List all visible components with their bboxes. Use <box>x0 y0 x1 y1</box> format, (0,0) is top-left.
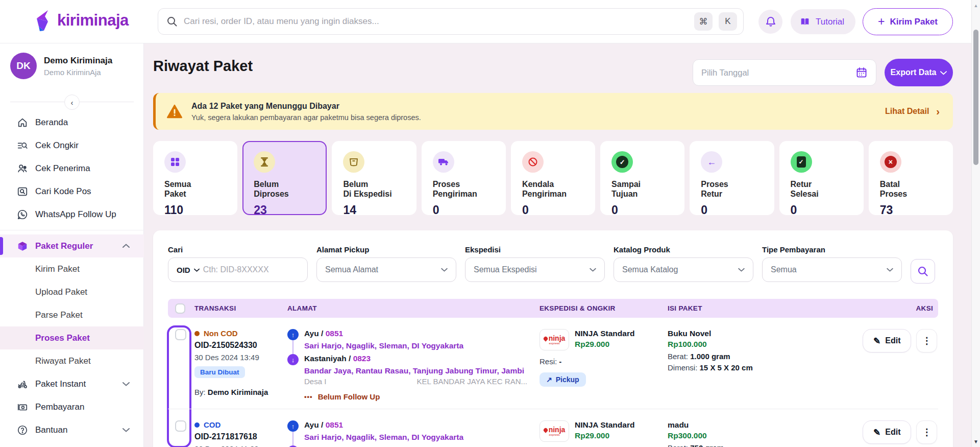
sidebar-subitem-riwayat-paket[interactable]: Riwayat Paket <box>0 349 144 372</box>
sidebar-item-bantuan[interactable]: Bantuan <box>0 418 144 441</box>
sidebar-collapse-button[interactable]: ‹ <box>64 95 80 110</box>
status-card-semua-paket[interactable]: SemuaPaket 110 <box>153 141 237 215</box>
table-row: COD OID-2171817618 26 Des 2024 11:30 ↑ A… <box>168 409 938 447</box>
courier-service: NINJA Standard <box>575 420 634 430</box>
address-note-left: Desa I <box>304 377 326 386</box>
tutorial-button[interactable]: Tutorial <box>791 9 855 34</box>
scrollbar-down-arrow[interactable]: ▼ <box>972 439 980 444</box>
shortcut-k-key: K <box>719 12 737 31</box>
scrollbar-up-arrow[interactable]: ▲ <box>972 3 980 8</box>
date-filter[interactable] <box>693 59 876 86</box>
brand-logo[interactable]: kiriminaja <box>33 9 129 32</box>
sidebar-item-cari-kode-pos[interactable]: Cari Kode Pos <box>0 180 144 203</box>
dots-icon: ••• <box>304 393 313 401</box>
resi-line: Resi: - <box>540 357 668 366</box>
user-card[interactable]: DK Demo Kiriminaja Demo KiriminAja <box>10 53 112 79</box>
arrow-up-right-icon: ↗ <box>546 375 552 384</box>
alamat-pickup-select[interactable]: Semua Alamat <box>316 257 456 282</box>
resi-label: Resi: <box>540 357 557 366</box>
sidebar-subitem-kirim-paket[interactable]: Kirim Paket <box>0 257 144 280</box>
row-menu-button[interactable]: ⋮ <box>916 420 937 444</box>
status-card-batal-proses[interactable]: × BatalProses 73 <box>869 141 953 215</box>
export-data-button[interactable]: Export Data <box>885 59 953 86</box>
row-checkbox[interactable] <box>175 329 186 340</box>
sidebar-subitem-proses-paket[interactable]: Proses Paket <box>0 326 144 349</box>
sidebar-item-label: Cek Ongkir <box>35 140 79 151</box>
notifications-button[interactable] <box>758 10 782 34</box>
sidebar-item-beranda[interactable]: Beranda <box>0 111 144 134</box>
pencil-icon: ✎ <box>873 336 880 346</box>
alamat-cell: ↑ Ayu / 0851 Sari Harjo, Ngaglik, Sleman… <box>287 420 540 447</box>
filter-tipe-pembayaran: Tipe Pembayaran Semua <box>762 245 902 284</box>
lihat-detail-link[interactable]: Lihat Detail › <box>885 106 940 117</box>
row-checkbox[interactable] <box>175 420 186 432</box>
followup-status[interactable]: ••• Belum Follow Up <box>287 392 527 401</box>
sidebar-item-label: Bantuan <box>35 425 67 435</box>
sidebar-item-paket-instant[interactable]: Paket Instant <box>0 372 144 395</box>
sidebar-item-cek-ongkir[interactable]: Cek Ongkir <box>0 134 144 157</box>
cari-prefix-dropdown[interactable]: OID <box>177 266 190 274</box>
card-label-line1: Sampai <box>611 179 683 189</box>
scooter-icon <box>16 378 29 390</box>
date-input[interactable] <box>701 68 850 78</box>
select-value: Semua <box>771 265 797 274</box>
card-label-line2: Paket <box>164 189 236 199</box>
cari-input[interactable] <box>203 265 301 274</box>
ekspedisi-select[interactable]: Semua Ekspedisi <box>465 257 605 282</box>
select-all-checkbox[interactable] <box>175 303 185 314</box>
courier-logo-subtext: express <box>549 433 559 437</box>
col-transaksi: TRANSAKSI <box>194 304 287 312</box>
weight-value: 750 gram <box>690 443 724 447</box>
filter-katalog-produk: Katalog Produk Semua Katalog <box>614 245 753 284</box>
card-label-line1: Batal <box>880 179 952 189</box>
sidebar-item-whatsapp-follow-up[interactable]: WhatsApp Follow Up <box>0 203 144 226</box>
courier-logo-subtext: express <box>549 342 559 345</box>
pending-payment-banner: Ada 12 Paket yang Menunggu Dibayar Yuk, … <box>153 93 953 130</box>
filter-search-button[interactable] <box>911 259 935 284</box>
status-card-proses-retur[interactable]: ← ProsesRetur 0 <box>690 141 774 215</box>
sidebar-subitem-upload-paket[interactable]: Upload Paket <box>0 280 144 303</box>
pin-icon <box>543 427 548 433</box>
kirim-paket-button[interactable]: + Kirim Paket <box>863 8 953 35</box>
app-root: kiriminaja ⌘ K <box>0 0 980 447</box>
status-card-kendala-pengiriman[interactable]: KendalaPengiriman 0 <box>511 141 595 215</box>
search-input[interactable] <box>184 16 688 27</box>
no-entry-icon <box>522 151 544 173</box>
scrollbar-thumb[interactable] <box>973 30 978 165</box>
shortcut-cmd-key: ⌘ <box>694 12 713 31</box>
katalog-produk-select[interactable]: Semua Katalog <box>614 257 753 282</box>
lihat-detail-label: Lihat Detail <box>885 107 929 116</box>
edit-button[interactable]: ✎ Edit <box>863 420 911 444</box>
card-count: 23 <box>254 203 326 217</box>
edit-label: Edit <box>885 336 900 345</box>
status-card-belum-di-ekspedisi[interactable]: BelumDi Ekspedisi 14 <box>332 141 416 215</box>
edit-button[interactable]: ✎ Edit <box>863 329 911 352</box>
postcode-search-icon <box>16 185 29 198</box>
chevron-right-icon: › <box>936 106 940 117</box>
user-subtitle: Demo KiriminAja <box>44 68 112 77</box>
sidebar-item-paket-reguler[interactable]: Paket Reguler <box>0 234 144 257</box>
cari-field: OID <box>168 257 308 282</box>
search-icon <box>166 16 178 27</box>
status-card-sampai-tujuan[interactable]: ✓ SampaiTujuan 0 <box>600 141 684 215</box>
scrollbar: ▲ ▼ <box>971 0 980 447</box>
card-label-line1: Proses <box>701 179 773 189</box>
row-menu-button[interactable]: ⋮ <box>916 329 937 352</box>
status-card-belum-diproses[interactable]: BelumDiproses 23 <box>242 141 327 215</box>
sidebar-item-cek-penerima[interactable]: Cek Penerima <box>0 157 144 180</box>
item-weight: Berat: 1.000 gram <box>668 351 765 362</box>
isi-paket-cell: madu Rp300.000 Berat: 750 gram <box>668 420 765 447</box>
page-title: Riwayat Paket <box>153 58 253 75</box>
tipe-pembayaran-select[interactable]: Semua <box>762 257 902 282</box>
status-card-proses-pengiriman[interactable]: ProsesPengiriman 0 <box>422 141 506 215</box>
sidebar-item-pembayaran[interactable]: Pembayaran <box>0 395 144 418</box>
status-card-retur-selesai[interactable]: ✓ ReturSelesai 0 <box>779 141 864 215</box>
pickup-badge: ↗ Pickup <box>540 372 586 387</box>
sidebar-subitem-parse-paket[interactable]: Parse Paket <box>0 303 144 326</box>
courier-service: NINJA Standard <box>575 329 634 338</box>
home-icon <box>16 116 29 129</box>
receiver-phone: 0823 <box>353 354 371 363</box>
sender-address: Sari Harjo, Ngaglik, Sleman, DI Yogyakar… <box>304 433 463 442</box>
sidebar-menu: Beranda Cek Ongkir Cek Penerima Cari Kod… <box>0 111 144 441</box>
top-header: kiriminaja ⌘ K <box>0 0 980 43</box>
